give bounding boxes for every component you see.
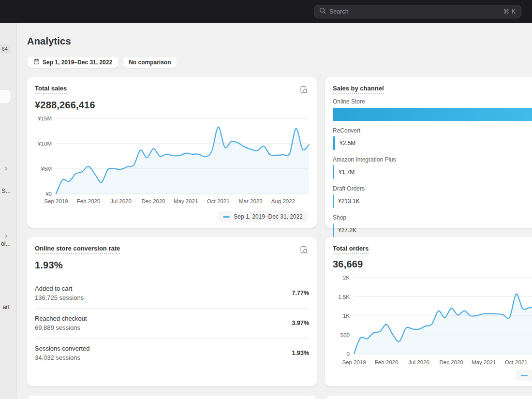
channel-bar [333, 194, 334, 208]
total-sales-title-link[interactable]: Total sales [35, 85, 67, 94]
channel-bar [333, 223, 334, 237]
card-partially-visible [27, 396, 317, 399]
date-range-button[interactable]: Sep 1, 2019–Dec 31, 2022 [27, 56, 118, 68]
sidebar-selected-item[interactable] [0, 90, 11, 103]
topbar: Search ⌘ K [0, 0, 532, 23]
total-orders-chart: 2K1.5K1K5000Sep 2019Feb 2020Jul 2020Dec … [333, 274, 532, 367]
svg-text:Dec 2020: Dec 2020 [142, 198, 165, 204]
dashboard-grid: Total sales ¥288,266,416 ¥15M¥10M¥5M¥0Se… [27, 77, 532, 399]
comparison-button[interactable]: No comparison [122, 56, 177, 68]
channel-label: ReConvert [333, 127, 532, 134]
sidebar: 64 S... oi... art [0, 23, 17, 399]
card-conversion-rate: Online store conversion rate 1.93% Added… [27, 237, 317, 386]
legend-label: Sep 1, 2019–Dec 31, 2022 [234, 213, 303, 220]
sidebar-item-fragment[interactable]: art [2, 304, 10, 310]
channel-row: Shop ¥27.2K [333, 214, 532, 237]
funnel-step-sessions: 34,032 sessions [35, 354, 89, 361]
channel-row: ReConvert ¥2.5M [333, 127, 532, 150]
svg-text:Feb 2020: Feb 2020 [77, 198, 101, 204]
chevron-right-icon[interactable] [4, 232, 8, 240]
svg-text:Dec 2020: Dec 2020 [440, 359, 463, 365]
channel-row: Draft Orders ¥213.1K [333, 185, 532, 208]
sales-by-channel-title-link[interactable]: Sales by channel [333, 85, 384, 94]
channel-value: ¥213.1K [338, 198, 360, 205]
comparison-label: No comparison [129, 59, 171, 66]
sidebar-count-badge: 64 [0, 44, 11, 54]
channel-value: ¥2.5M [340, 140, 355, 147]
funnel-step-label: Added to cart [35, 285, 84, 292]
svg-text:Sep 2019: Sep 2019 [44, 198, 68, 204]
svg-text:2K: 2K [343, 275, 350, 281]
funnel-step-rate: 3.97% [292, 320, 309, 326]
channel-label: Online Store [333, 98, 532, 105]
channel-label: Draft Orders [333, 185, 532, 192]
channel-row: Amazon Integration Plus ¥1.7M [333, 156, 532, 179]
funnel-row: Sessions converted 34,032 sessions 1.93% [35, 338, 309, 368]
svg-text:May 2021: May 2021 [472, 359, 496, 365]
card-total-sales: Total sales ¥288,266,416 ¥15M¥10M¥5M¥0Se… [27, 77, 317, 228]
channel-row: Online Store [333, 98, 532, 121]
funnel-step-label: Sessions converted [35, 345, 89, 352]
total-orders-value: 36,669 [333, 259, 532, 270]
chart-legend: Sep 1, 2019–Dec 31, 2022 [218, 211, 308, 222]
funnel-step-rate: 1.93% [292, 350, 309, 356]
funnel-step-sessions: 69,889 sessions [35, 324, 87, 331]
svg-text:Jul 2020: Jul 2020 [110, 198, 131, 204]
funnel-step-sessions: 136,725 sessions [35, 294, 84, 301]
funnel-step-rate: 7.77% [292, 290, 309, 296]
channel-bar [333, 108, 532, 121]
channel-label: Amazon Integration Plus [333, 156, 532, 163]
date-range-label: Sep 1, 2019–Dec 31, 2022 [43, 59, 112, 66]
svg-text:Feb 2020: Feb 2020 [375, 359, 399, 365]
funnel-row: Reached checkout 69,889 sessions 3.97% [35, 308, 309, 338]
card-partially-visible [325, 396, 532, 399]
total-sales-chart: ¥15M¥10M¥5M¥0Sep 2019Feb 2020Jul 2020Dec… [35, 115, 309, 206]
svg-text:500: 500 [340, 332, 350, 338]
total-orders-title-link[interactable]: Total orders [333, 245, 369, 254]
svg-text:Sep 2019: Sep 2019 [342, 359, 366, 365]
svg-text:May 2021: May 2021 [174, 198, 198, 204]
svg-text:Oct 2021: Oct 2021 [505, 359, 528, 365]
chevron-right-icon[interactable] [4, 164, 8, 173]
search-icon [319, 7, 326, 16]
svg-text:¥10M: ¥10M [37, 141, 52, 147]
conversion-rate-title-link[interactable]: Online store conversion rate [35, 245, 120, 254]
svg-text:Mar 2022: Mar 2022 [239, 198, 263, 204]
main-content: Analytics Sep 1, 2019–Dec 31, 2022 No co… [17, 23, 532, 399]
channel-bar [333, 136, 335, 150]
svg-text:0: 0 [347, 351, 350, 357]
funnel-step-label: Reached checkout [35, 315, 87, 322]
report-icon[interactable] [299, 245, 309, 255]
svg-text:¥15M: ¥15M [37, 116, 52, 121]
card-sales-by-channel: Sales by channel Online Store ReConvert … [325, 77, 532, 228]
svg-text:Oct 2021: Oct 2021 [207, 198, 230, 204]
filter-controls: Sep 1, 2019–Dec 31, 2022 No comparison [27, 56, 532, 68]
report-icon[interactable] [299, 85, 309, 95]
svg-text:¥0: ¥0 [45, 191, 52, 197]
legend-dash-icon [223, 216, 230, 218]
page-title: Analytics [27, 36, 532, 47]
svg-text:Jul 2020: Jul 2020 [408, 359, 429, 365]
legend-dash-icon [521, 375, 528, 376]
conversion-rate-value: 1.93% [35, 260, 309, 271]
svg-text:Aug 2022: Aug 2022 [271, 198, 295, 204]
keyboard-shortcut-badge: ⌘ K [503, 8, 516, 15]
chart-legend: Sep 1, 2019–Dec 31, 2022 [516, 370, 532, 381]
card-total-orders: Total orders 36,669 2K1.5K1K5000Sep 2019… [325, 237, 532, 386]
channel-value: ¥27.2K [338, 227, 356, 234]
calendar-icon [33, 59, 40, 66]
funnel-row: Added to cart 136,725 sessions 7.77% [35, 279, 309, 308]
search-input[interactable]: Search ⌘ K [314, 5, 521, 18]
total-sales-value: ¥288,266,416 [35, 100, 309, 111]
channel-label: Shop [333, 214, 532, 221]
sidebar-item-fragment[interactable]: oi... [1, 240, 11, 247]
channel-bar [333, 165, 334, 179]
svg-text:1.5K: 1.5K [338, 294, 350, 300]
svg-text:1K: 1K [343, 313, 350, 319]
sidebar-item-fragment[interactable]: S... [1, 188, 11, 194]
conversion-funnel: Added to cart 136,725 sessions 7.77% Rea… [35, 279, 309, 368]
svg-text:¥5M: ¥5M [41, 166, 52, 172]
search-placeholder: Search [329, 8, 500, 15]
channel-value: ¥1.7M [339, 169, 355, 176]
